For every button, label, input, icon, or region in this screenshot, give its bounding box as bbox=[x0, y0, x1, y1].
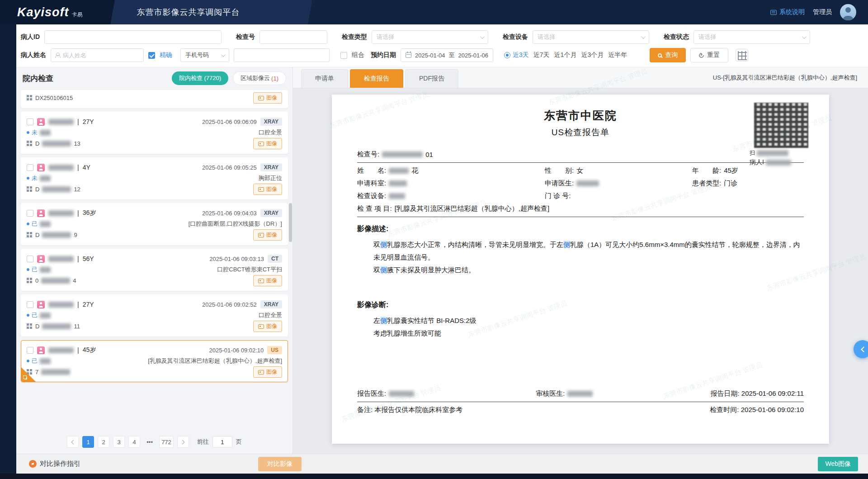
search-button[interactable]: 查询 bbox=[650, 48, 686, 62]
patient-id-label: 病人ID bbox=[21, 33, 40, 41]
exam-select-checkbox[interactable] bbox=[27, 301, 33, 308]
patient-age: 27Y bbox=[83, 118, 94, 125]
exam-list-item[interactable]: | 45岁 2025-01-06 09:02:10 US 已 [乳腺及其引流区淋… bbox=[21, 340, 288, 382]
image-button[interactable]: 图像 bbox=[253, 138, 282, 149]
divider bbox=[357, 162, 804, 163]
collapse-panel-button[interactable] bbox=[854, 340, 868, 358]
report-tabs: 申请单 检查报告 PDF报告 US-[乳腺及其引流区淋巴结彩超（乳腺中心）,超声… bbox=[293, 67, 868, 88]
compare-guide-link[interactable]: 对比操作指引 bbox=[29, 460, 80, 468]
exam-no-input[interactable] bbox=[259, 30, 327, 44]
patient-name-field[interactable] bbox=[51, 48, 144, 62]
layout-grid-button[interactable] bbox=[736, 49, 748, 62]
exam-select-checkbox[interactable] bbox=[27, 164, 33, 171]
report-qr-block: 扫 病人I bbox=[750, 103, 809, 166]
image-button[interactable]: 图像 bbox=[253, 92, 282, 104]
page-ellipsis[interactable]: ••• bbox=[144, 436, 156, 448]
user-avatar[interactable] bbox=[840, 4, 856, 20]
exam-time: 2025-01-06 09:05:25 bbox=[202, 164, 257, 171]
quick-range-3m[interactable]: 近3个月 bbox=[581, 51, 604, 59]
system-help-link[interactable]: 系统说明 bbox=[770, 8, 805, 16]
exam-list-item-partial[interactable]: DX250106015 图像 bbox=[21, 90, 288, 108]
tab-internal-exams[interactable]: 院内检查 (7720) bbox=[172, 71, 228, 85]
exam-select-checkbox[interactable] bbox=[27, 210, 33, 217]
image-button[interactable]: 图像 bbox=[253, 366, 282, 378]
exam-list-item[interactable]: | 27Y 2025-01-06 09:06:09 XRAY 未 口腔全景 D … bbox=[21, 112, 288, 154]
exam-list-panel: 院内检查 院内检查 (7720) 区域影像云 (1) bbox=[16, 67, 293, 454]
goto-page-input[interactable] bbox=[212, 436, 232, 448]
study-number: DX250106015 bbox=[27, 95, 73, 101]
exam-list-item[interactable]: | 36岁 2025-01-06 09:04:03 XRAY 已 [口腔曲面断层… bbox=[21, 203, 288, 245]
exam-select-checkbox[interactable] bbox=[27, 256, 33, 262]
page-1[interactable]: 1 bbox=[82, 436, 94, 448]
tab-regional-cloud[interactable]: 区域影像云 (1) bbox=[233, 71, 286, 85]
patient-name-redacted bbox=[48, 302, 74, 308]
page-4[interactable]: 4 bbox=[128, 436, 140, 448]
page-2[interactable]: 2 bbox=[98, 436, 109, 448]
study-number-redacted bbox=[42, 232, 71, 238]
date-range-picker[interactable]: 2025-01-04 至 2025-01-06 bbox=[401, 48, 493, 62]
image-button[interactable]: 图像 bbox=[253, 229, 282, 241]
qr-patient-label: 病人I bbox=[750, 158, 764, 166]
exam-list-item[interactable]: | 4Y 2025-01-06 09:05:25 XRAY 未 胸部正位 D 1… bbox=[21, 157, 288, 199]
tab-exam-report[interactable]: 检查报告 bbox=[350, 69, 403, 88]
tab-request-form[interactable]: 申请单 bbox=[301, 69, 348, 88]
patient-id-input[interactable] bbox=[44, 30, 222, 44]
page-last[interactable]: 772 bbox=[159, 436, 174, 448]
image-button[interactable]: 图像 bbox=[253, 321, 282, 332]
quick-range-1m[interactable]: 近1个月 bbox=[554, 51, 577, 59]
exam-time: 2025-01-06 09:03:13 bbox=[209, 256, 264, 262]
combo-checkbox[interactable] bbox=[340, 52, 347, 59]
report-note: 本报告仅供本院临床科室参考 bbox=[374, 406, 462, 413]
exam-description: [乳腺及其引流区淋巴结彩超（乳腺中心）,超声检查] bbox=[54, 357, 282, 365]
panel-scrollbar[interactable] bbox=[289, 203, 292, 242]
picture-icon bbox=[258, 142, 264, 146]
prev-page-button[interactable] bbox=[67, 436, 79, 448]
imaging-diagnosis-body: 左侧乳腺囊实性结节 BI-RADS:2级 考虑乳腺增生所致可能 bbox=[357, 314, 804, 340]
study-number-redacted bbox=[42, 141, 71, 147]
exam-select-checkbox[interactable] bbox=[27, 119, 33, 125]
exact-match-checkbox[interactable] bbox=[148, 52, 155, 59]
phone-field-select[interactable]: 手机号码 bbox=[180, 48, 229, 62]
study-number: D 11 bbox=[27, 323, 80, 330]
patient-name-label: 病人姓名 bbox=[21, 51, 46, 59]
status-redacted bbox=[40, 175, 51, 181]
exam-time: 2025-01-06 09:02:10 bbox=[209, 347, 264, 354]
reset-button[interactable]: 重置 bbox=[690, 48, 728, 62]
device-redacted bbox=[389, 193, 405, 199]
search-icon bbox=[658, 53, 662, 57]
exam-status-select[interactable]: 请选择 bbox=[693, 30, 810, 44]
exam-type-label: 检查类型 bbox=[342, 33, 367, 41]
exam-list-item[interactable]: | 56Y 2025-01-06 09:03:13 CT 已 口腔CBCT锥形束… bbox=[21, 249, 288, 291]
pagination: 1 2 3 4 ••• 772 前往 页 bbox=[16, 430, 292, 454]
patient-age: 45岁 bbox=[724, 166, 738, 175]
page-3[interactable]: 3 bbox=[113, 436, 125, 448]
exam-device-select[interactable]: 请选择 bbox=[533, 30, 649, 44]
name-age-separator: | bbox=[77, 301, 79, 308]
patient-name-redacted bbox=[389, 168, 409, 174]
patient-age: 36岁 bbox=[83, 209, 96, 217]
image-button[interactable]: 图像 bbox=[253, 275, 282, 286]
status-redacted bbox=[40, 221, 51, 227]
tab-pdf-report[interactable]: PDF报告 bbox=[405, 69, 458, 88]
modality-badge: CT bbox=[268, 255, 282, 263]
web-image-button[interactable]: Web图像 bbox=[818, 457, 858, 471]
quick-range-3d[interactable]: 近3天 bbox=[504, 51, 529, 59]
exam-type-select[interactable]: 请选择 bbox=[372, 30, 488, 44]
status-redacted bbox=[40, 358, 51, 364]
patient-name-input[interactable] bbox=[63, 52, 140, 59]
grid-icon bbox=[27, 141, 29, 143]
grid-icon bbox=[27, 95, 29, 97]
compare-images-button[interactable]: 对比影像 bbox=[258, 457, 302, 471]
chevron-left-icon bbox=[71, 440, 76, 444]
patient-name-redacted bbox=[48, 347, 74, 353]
exam-number-redacted bbox=[382, 152, 423, 157]
read-status: 已 bbox=[27, 266, 51, 274]
quick-range-7d[interactable]: 近7天 bbox=[533, 51, 550, 59]
exam-select-checkbox[interactable] bbox=[27, 347, 33, 354]
image-button[interactable]: 图像 bbox=[253, 184, 282, 195]
quick-range-6m[interactable]: 近半年 bbox=[608, 51, 627, 59]
person-icon bbox=[55, 52, 60, 58]
next-page-button[interactable] bbox=[177, 436, 189, 448]
exam-list-item[interactable]: | 27Y 2025-01-06 09:02:52 XRAY 已 口腔全景 D … bbox=[21, 294, 288, 337]
phone-number-input[interactable] bbox=[234, 48, 330, 62]
